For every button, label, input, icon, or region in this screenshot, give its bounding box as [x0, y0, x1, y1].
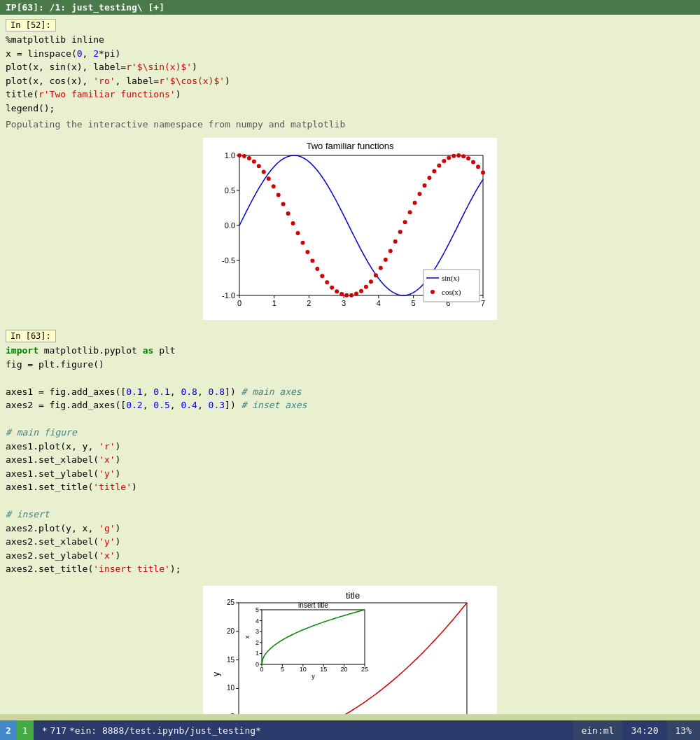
- status-percent: 13%: [667, 720, 700, 740]
- cell-52-code[interactable]: %matplotlib inline x = linspace(0, 2*pi)…: [0, 33, 700, 118]
- plot-2: [203, 586, 497, 715]
- status-filename-text: *ein: 8888/test.ipynb/just_testing*: [69, 725, 261, 736]
- status-num2: 1: [17, 720, 34, 740]
- status-position: 34:20: [622, 720, 666, 740]
- cell-63-label[interactable]: In [63]:: [6, 330, 56, 342]
- status-bar: 2 1 * 717 *ein: 8888/test.ipynb/just_tes…: [0, 720, 700, 740]
- chart-1-container: [0, 138, 700, 320]
- status-filename: * 717 *ein: 8888/test.ipynb/just_testing…: [34, 720, 573, 740]
- cell-63: In [63]: import matplotlib.pyplot as plt…: [0, 326, 700, 580]
- title-text: IP[63]: /1: just_testing\ [+]: [6, 2, 164, 13]
- chart-2-container: [0, 586, 700, 715]
- status-num1: 2: [0, 720, 17, 740]
- status-cell-count: 717: [50, 725, 66, 736]
- title-bar: IP[63]: /1: just_testing\ [+]: [0, 0, 700, 15]
- plot-1: [203, 138, 497, 320]
- cell-52-output: Populating the interactive namespace fro…: [0, 118, 700, 131]
- cell-63-code[interactable]: import matplotlib.pyplot as plt fig = pl…: [0, 344, 700, 579]
- status-mode: ein:ml: [573, 720, 622, 740]
- cell-52: In [52]: %matplotlib inline x = linspace…: [0, 15, 700, 132]
- status-modified: *: [42, 725, 48, 736]
- cell-52-label[interactable]: In [52]:: [6, 19, 56, 32]
- notebook[interactable]: In [52]: %matplotlib inline x = linspace…: [0, 15, 700, 714]
